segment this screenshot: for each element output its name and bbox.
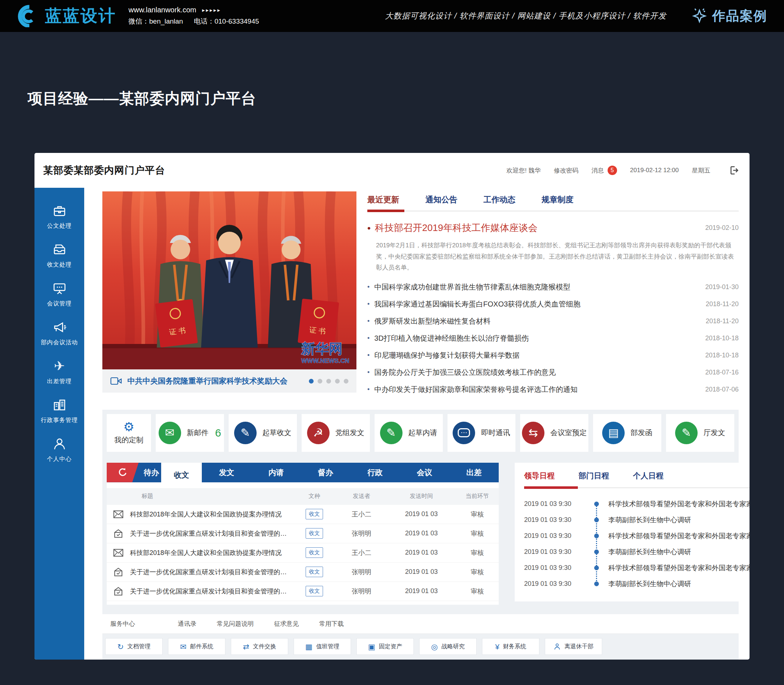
messages-link[interactable]: 消息 5 bbox=[591, 166, 617, 175]
table-row[interactable]: 关于进一步优化国家重点研发计划项目和资金管理的通知 收文 张明明 2019 01… bbox=[107, 563, 499, 582]
carousel-caption[interactable]: 中共中央国务院隆重举行国家科学技术奖励大会 bbox=[127, 376, 287, 386]
doc-pen-icon: ✎ bbox=[675, 422, 698, 444]
contacts-link[interactable]: 通讯录 bbox=[178, 620, 196, 628]
tasks-tabbar: 待办 收文 发文 内请 督办 行政 会议 出差 bbox=[107, 463, 499, 482]
carousel-dot[interactable] bbox=[317, 379, 322, 383]
page-title: 项目经验——某部委内网门户平台 bbox=[28, 89, 784, 109]
sidebar-item-huiyi[interactable]: 会议管理 bbox=[47, 281, 72, 308]
mail-open-icon bbox=[107, 529, 130, 538]
sidebar-item-geren[interactable]: 个人中心 bbox=[47, 436, 72, 463]
document-stack-icon: ▤ bbox=[602, 422, 625, 444]
app-retired-cadres[interactable]: 离退休干部 bbox=[545, 638, 602, 655]
news-headline[interactable]: • 科技部召开2019年科技工作媒体座谈会 2019-02-10 bbox=[367, 222, 739, 234]
draft-doc-icon: ✎ bbox=[380, 422, 403, 444]
table-row[interactable]: 关于进一步优化国家重点研发计划项目和资金管理的通知 收文 张明明 2019 01… bbox=[107, 524, 499, 543]
schedule-item[interactable]: 2019 01 03 9:30李萌副部长到生物中心调研 bbox=[524, 512, 750, 528]
news-list-item[interactable]: •3D打印植入物促进神经细胞生长以治疗脊髓损伤2018-10-18 bbox=[367, 330, 739, 347]
news-list-item[interactable]: •中办印发关于做好国家勋章和国家荣誉称号提名评选工作的通知2018-07-06 bbox=[367, 381, 739, 398]
table-row[interactable]: 关于进一步优化国家重点研发计划项目和资金管理的通知 收文 张明明 2019 01… bbox=[107, 582, 499, 601]
quick-action-my-customization[interactable]: ⚙ 我的定制 bbox=[107, 414, 151, 452]
carousel-dot[interactable] bbox=[309, 379, 314, 383]
welcome-text: 欢迎您! 魏华 bbox=[506, 166, 541, 175]
timeline-dot bbox=[594, 565, 599, 570]
tab-department-schedule[interactable]: 部门日程 bbox=[578, 471, 609, 481]
app-document-management[interactable]: ↻文档管理 bbox=[105, 638, 163, 655]
envelope-icon: ✉ bbox=[180, 643, 186, 651]
news-list-item[interactable]: •俄罗斯研发出新型纳米磁性复合材料2018-11-20 bbox=[367, 313, 739, 330]
carousel-dot[interactable] bbox=[335, 379, 340, 383]
schedule-item[interactable]: 2019 01 03 9:30科学技术部领导看望外国老专家和外国老专家家属 bbox=[524, 496, 750, 512]
sync-icon: ↻ bbox=[117, 643, 124, 651]
carousel-dot[interactable] bbox=[326, 379, 331, 383]
tab-personal-schedule[interactable]: 个人日程 bbox=[633, 471, 664, 481]
app-file-exchange[interactable]: ⇄文件交换 bbox=[231, 638, 288, 655]
sidebar-item-xingzheng[interactable]: 行政事务管理 bbox=[41, 397, 78, 424]
messages-label: 消息 bbox=[591, 166, 604, 175]
logout-icon bbox=[729, 165, 739, 175]
task-tab-trip[interactable]: 出差 bbox=[449, 463, 499, 482]
app-mail-system[interactable]: ✉邮件系统 bbox=[168, 638, 225, 655]
briefcase-icon bbox=[52, 203, 67, 218]
finance-icon: ¥ bbox=[495, 643, 499, 651]
quick-action-draft-internal[interactable]: ✎ 起草内请 bbox=[374, 414, 443, 452]
contact-block: www.lanlanwork.com ▸▸▸▸▸ 微信：ben_lanlan 电… bbox=[128, 6, 259, 26]
app-fixed-assets[interactable]: ▣固定资产 bbox=[356, 638, 414, 655]
carousel-dots bbox=[309, 379, 348, 383]
top-banner: 蓝蓝设计 www.lanlanwork.com ▸▸▸▸▸ 微信：ben_lan… bbox=[0, 0, 784, 32]
schedule-item[interactable]: 2019 01 03 9:30李萌副部长到生物中心调研 bbox=[524, 576, 750, 592]
timeline-line bbox=[596, 503, 597, 584]
carousel-dot[interactable] bbox=[344, 379, 348, 383]
news-list-item[interactable]: •印尼珊瑚礁保护与修复计划获得大量科学数据2018-10-18 bbox=[367, 347, 739, 364]
quick-action-meeting-room[interactable]: ⇆ 会议室预定 bbox=[520, 414, 588, 452]
portfolio-link[interactable]: 作品案例 bbox=[692, 7, 767, 25]
app-finance-system[interactable]: ¥财务系统 bbox=[482, 638, 539, 655]
mail-open-icon bbox=[107, 587, 130, 596]
quick-action-instant-messaging[interactable]: ⋯ 即时通讯 bbox=[447, 414, 516, 452]
table-row[interactable]: 科技部2018年全国人大建议和全国政协提案办理情况 收文 王小二 2019 01… bbox=[107, 505, 499, 524]
presentation-icon bbox=[52, 281, 67, 296]
app-duty-management[interactable]: ▦值班管理 bbox=[294, 638, 351, 655]
task-tab-internal[interactable]: 内请 bbox=[251, 463, 301, 482]
schedule-item[interactable]: 2019 01 03 9:30科学技术部领导看望外国老专家和外国老专家家属 bbox=[524, 528, 750, 544]
todo-label[interactable]: 待办 bbox=[139, 463, 161, 482]
tab-regulations[interactable]: 规章制度 bbox=[541, 194, 573, 205]
task-tab-admin[interactable]: 行政 bbox=[350, 463, 400, 482]
news-list-item[interactable]: •我国科学家通过基因编辑长寿蛋白FOXO3获得优质人类血管细胞2018-11-2… bbox=[367, 295, 739, 313]
website-link[interactable]: www.lanlanwork.com bbox=[128, 6, 196, 14]
task-tab-outgoing[interactable]: 发文 bbox=[202, 463, 251, 482]
message-count-badge: 5 bbox=[607, 166, 617, 175]
quick-action-office-dispatch[interactable]: ✎ 厅发文 bbox=[666, 414, 734, 452]
service-center-link[interactable]: 服务中心 bbox=[110, 620, 135, 628]
quick-action-draft-incoming[interactable]: ✎ 起草收文 bbox=[228, 414, 297, 452]
sidebar-item-shouwen[interactable]: 收文处理 bbox=[47, 242, 72, 269]
app-strategy-research[interactable]: ◎战略研究 bbox=[419, 638, 476, 655]
table-row[interactable]: 科技部2018年全国人大建议和全国政协提案办理情况 收文 王小二 2019 01… bbox=[107, 543, 499, 563]
logout-button[interactable] bbox=[729, 165, 739, 175]
tab-notices[interactable]: 通知公告 bbox=[425, 194, 457, 205]
tab-recent-updates[interactable]: 最近更新 bbox=[367, 194, 399, 205]
schedule-list: 2019 01 03 9:30科学技术部领导看望外国老专家和外国老专家家属 20… bbox=[524, 496, 750, 592]
todo-lead-block[interactable] bbox=[107, 463, 139, 482]
sidebar-item-chuchai[interactable]: ✈ 出差管理 bbox=[47, 359, 72, 385]
schedule-item[interactable]: 2019 01 03 9:30李萌副部长到生物中心调研 bbox=[524, 544, 750, 560]
quick-action-new-mail[interactable]: ✉ 新邮件 6 bbox=[156, 414, 224, 452]
sidebar-item-bunei-huiyi[interactable]: 部内会议活动 bbox=[41, 320, 78, 346]
schedule-item[interactable]: 2019 01 03 9:30科学技术部领导看望外国老专家和外国老专家家属 bbox=[524, 560, 750, 576]
quick-action-ministry-letter[interactable]: ▤ 部发函 bbox=[593, 414, 661, 452]
task-tab-meeting[interactable]: 会议 bbox=[400, 463, 449, 482]
portfolio-label: 作品案例 bbox=[712, 7, 767, 25]
tab-leader-schedule[interactable]: 领导日程 bbox=[524, 471, 555, 481]
change-password-link[interactable]: 修改密码 bbox=[554, 166, 578, 175]
faq-link[interactable]: 常见问题说明 bbox=[217, 620, 254, 628]
doc-type-badge: 收文 bbox=[306, 547, 323, 558]
feedback-link[interactable]: 征求意见 bbox=[274, 620, 299, 628]
sidebar-item-gongwen[interactable]: 公文处理 bbox=[47, 203, 72, 230]
news-list-item[interactable]: •国务院办公厅关于加强三级公立医院绩效考核工作的意见2018-07-16 bbox=[367, 364, 739, 381]
tab-work-trends[interactable]: 工作动态 bbox=[483, 194, 515, 205]
quick-action-party-dispatch[interactable]: ☭ 党组发文 bbox=[301, 414, 370, 452]
award-ceremony-photo[interactable]: 证 书 bbox=[102, 192, 356, 369]
downloads-link[interactable]: 常用下载 bbox=[319, 620, 344, 628]
task-tab-incoming[interactable]: 收文 bbox=[161, 463, 202, 487]
task-tab-supervise[interactable]: 督办 bbox=[301, 463, 350, 482]
news-list-item[interactable]: •中国科学家成功创建世界首批生物节律紊乱体细胞克隆猴模型2019-01-30 bbox=[367, 279, 739, 295]
